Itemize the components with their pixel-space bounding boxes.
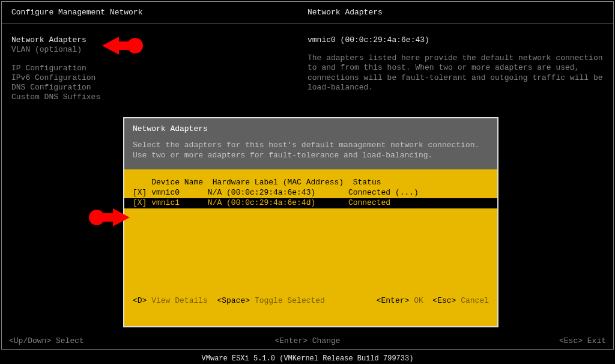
dialog-body: Device Name Hardware Label (MAC Address)…	[124, 169, 497, 312]
right-panel: vmnic0 (00:0c:29:4a:6e:43) The adapters …	[308, 35, 604, 103]
version-bar: VMware ESXi 5.1.0 (VMKernel Release Buil…	[0, 354, 615, 363]
adapter-hw: N/A (00:0c:29:4a:6e:43)	[208, 188, 315, 197]
checkbox-icon[interactable]: [X]	[133, 198, 147, 207]
header-title-left: Configure Management Network	[11, 8, 308, 17]
key-enter: <Enter>	[377, 296, 410, 305]
menu-dns-suffixes[interactable]: Custom DNS Suffixes	[11, 93, 308, 102]
adapter-status: Connected	[348, 198, 390, 207]
table-header: Device Name Hardware Label (MAC Address)…	[133, 178, 489, 187]
menu-spacer	[11, 55, 308, 64]
adapter-row[interactable]: [X] vmnic0 N/A (00:0c:29:4a:6e:43) Conne…	[133, 188, 489, 198]
annotation-arrow-icon	[88, 205, 130, 229]
right-panel-body: The adapters listed here provide the def…	[308, 53, 604, 93]
status-left: <Up/Down> Select	[9, 336, 84, 345]
menu-network-adapters[interactable]: Network Adapters	[11, 35, 308, 45]
col-hw-label: Hardware Label (MAC Address)	[213, 178, 344, 187]
status-bar: <Up/Down> Select <Enter> Change <Esc> Ex…	[9, 336, 606, 345]
dialog-header: Network Adapters Select the adapters for…	[124, 118, 497, 169]
adapter-row[interactable]: [X] vmnic1 N/A (00:0c:29:4a:6e:4d) Conne…	[124, 198, 497, 208]
ok-button[interactable]: OK	[414, 296, 423, 305]
annotation-arrow-icon	[102, 34, 144, 58]
svg-point-1	[127, 38, 143, 53]
action-view-details[interactable]: View Details	[151, 296, 208, 305]
status-center: <Enter> Change	[274, 336, 340, 345]
key-esc: <Esc>	[432, 296, 456, 305]
menu-ip-config[interactable]: IP Configuration	[11, 64, 308, 73]
col-device-name: Device Name	[151, 178, 203, 187]
dialog-footer: <D> View Details <Space> Toggle Selected…	[133, 296, 489, 305]
menu-dns-config[interactable]: DNS Configuration	[11, 83, 308, 93]
adapter-status: Connected (...)	[348, 188, 419, 197]
status-right: <Esc> Exit	[559, 336, 606, 345]
key-d: <D>	[133, 296, 147, 305]
right-panel-title: vmnic0 (00:0c:29:4a:6e:43)	[308, 35, 604, 44]
header-title-right: Network Adapters	[308, 8, 604, 17]
checkbox-icon[interactable]: [X]	[133, 188, 147, 197]
menu-ipv6-config[interactable]: IPv6 Configuration	[11, 73, 308, 83]
adapter-hw: N/A (00:0c:29:4a:6e:4d)	[208, 198, 315, 207]
menu-vlan[interactable]: VLAN (optional)	[11, 45, 308, 55]
svg-marker-3	[100, 208, 130, 226]
header: Configure Management Network Network Ada…	[2, 2, 613, 23]
adapter-name: vmnic0	[151, 188, 180, 197]
cancel-button[interactable]: Cancel	[461, 296, 489, 305]
action-toggle-selected[interactable]: Toggle Selected	[255, 296, 325, 305]
col-status: Status	[353, 178, 381, 187]
dialog-title: Network Adapters	[133, 124, 489, 133]
network-adapters-dialog: Network Adapters Select the adapters for…	[123, 117, 498, 327]
key-space: <Space>	[217, 296, 250, 305]
content-area: Network Adapters VLAN (optional) IP Conf…	[2, 23, 613, 109]
adapter-name: vmnic1	[151, 198, 180, 207]
dialog-description: Select the adapters for this host's defa…	[133, 141, 489, 161]
left-menu: Network Adapters VLAN (optional) IP Conf…	[11, 35, 308, 103]
